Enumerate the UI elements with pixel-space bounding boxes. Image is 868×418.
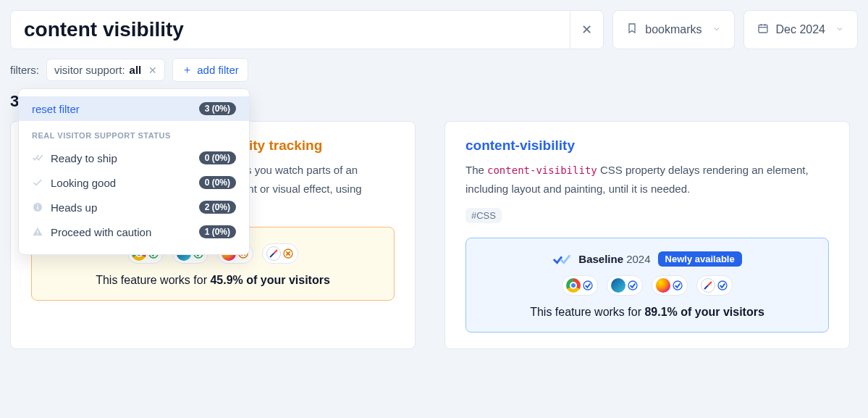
dropdown-item-looking-good[interactable]: Looking good 0 (0%)	[19, 170, 249, 195]
svg-point-19	[673, 281, 682, 290]
calendar-icon	[757, 22, 769, 37]
baseline-box: Baseline 2024 Newly available This featu…	[465, 238, 829, 333]
check-icon	[627, 280, 639, 291]
svg-rect-0	[759, 25, 767, 33]
double-check-icon	[32, 152, 43, 164]
support-summary: This feature works for 45.9% of your vis…	[48, 274, 378, 287]
svg-point-20	[718, 281, 727, 290]
baseline-label: Baseline 2024	[578, 253, 650, 265]
browser-chip-edge	[607, 275, 643, 296]
svg-rect-5	[37, 206, 38, 210]
cross-icon	[282, 248, 294, 259]
dropdown-item-label: Proceed with caution	[51, 226, 151, 238]
bookmarks-button[interactable]: bookmarks	[612, 10, 734, 49]
firefox-icon	[656, 278, 670, 293]
close-icon: ✕	[581, 22, 592, 38]
search-input[interactable]	[11, 11, 570, 49]
info-icon	[32, 201, 43, 213]
dropdown-item-badge: 3 (0%)	[199, 102, 236, 115]
search-container: ✕	[10, 10, 604, 49]
browser-chip-chrome	[562, 275, 598, 296]
browser-chip-safari	[696, 275, 733, 296]
svg-point-18	[628, 281, 637, 290]
date-label: Dec 2024	[776, 23, 826, 36]
dropdown-item-badge: 1 (0%)	[199, 225, 236, 238]
check-icon	[717, 280, 728, 291]
feature-card: content-visibility The content-visibilit…	[444, 121, 850, 349]
warning-icon	[32, 226, 43, 238]
add-filter-button[interactable]: ＋ add filter	[172, 58, 248, 82]
dropdown-item-badge: 0 (0%)	[199, 176, 236, 189]
plus-icon: ＋	[182, 63, 193, 77]
svg-rect-7	[37, 230, 38, 233]
date-button[interactable]: Dec 2024	[743, 10, 859, 49]
dropdown-item-label: Heads up	[51, 201, 97, 214]
dropdown-item-caution[interactable]: Proceed with caution 1 (0%)	[19, 220, 249, 244]
dropdown-section-heading: REAL VISITOR SUPPORT STATUS	[19, 121, 249, 146]
dropdown-item-label: reset filter	[32, 103, 80, 115]
edge-icon	[611, 278, 625, 293]
add-filter-label: add filter	[197, 64, 239, 76]
clear-search-button[interactable]: ✕	[570, 11, 603, 49]
filter-chip-prefix: visitor support:	[54, 64, 125, 76]
chevron-down-icon	[712, 23, 721, 36]
newly-available-badge: Newly available	[658, 251, 742, 267]
filter-chip-value: all	[130, 64, 142, 76]
bookmarks-label: bookmarks	[645, 23, 701, 36]
dropdown-item-badge: 0 (0%)	[199, 151, 236, 164]
dropdown-item-label: Looking good	[51, 177, 116, 189]
browser-chip-safari	[262, 243, 298, 264]
check-icon	[672, 280, 683, 291]
chrome-icon	[566, 278, 581, 293]
dropdown-item-label: Ready to ship	[51, 152, 117, 164]
browser-chip-firefox	[652, 275, 688, 296]
dropdown-item-heads-up[interactable]: Heads up 2 (0%)	[19, 195, 249, 220]
filter-dropdown: reset filter 3 (0%) REAL VISITOR SUPPORT…	[18, 88, 250, 255]
feature-tag[interactable]: #CSS	[465, 208, 502, 223]
feature-card-description: The content-visibility CSS property dela…	[465, 161, 829, 198]
dropdown-item-reset[interactable]: reset filter 3 (0%)	[19, 96, 249, 121]
filter-chip-visitor-support[interactable]: visitor support: all ✕ reset filter 3 (0…	[46, 59, 165, 81]
support-summary: This feature works for 89.1% of your vis…	[482, 306, 812, 319]
safari-icon	[266, 246, 281, 261]
svg-rect-8	[37, 234, 38, 235]
check-icon	[32, 177, 43, 188]
svg-point-17	[583, 281, 592, 290]
dropdown-item-badge: 2 (0%)	[199, 201, 236, 214]
chevron-down-icon	[835, 23, 844, 36]
close-icon[interactable]: ✕	[148, 64, 157, 76]
support-percentage: 89.1% of your visitors	[644, 306, 764, 318]
safari-icon	[701, 278, 715, 293]
svg-rect-6	[37, 204, 38, 205]
check-icon	[582, 280, 594, 291]
baseline-check-icon	[552, 253, 571, 266]
bookmark-icon	[626, 22, 638, 37]
support-percentage: 45.9% of your visitors	[210, 274, 329, 286]
code-token: content-visibility	[487, 164, 597, 176]
dropdown-item-ready[interactable]: Ready to ship 0 (0%)	[19, 146, 249, 170]
filters-label: filters:	[10, 64, 39, 76]
feature-card-title[interactable]: content-visibility	[465, 138, 829, 154]
